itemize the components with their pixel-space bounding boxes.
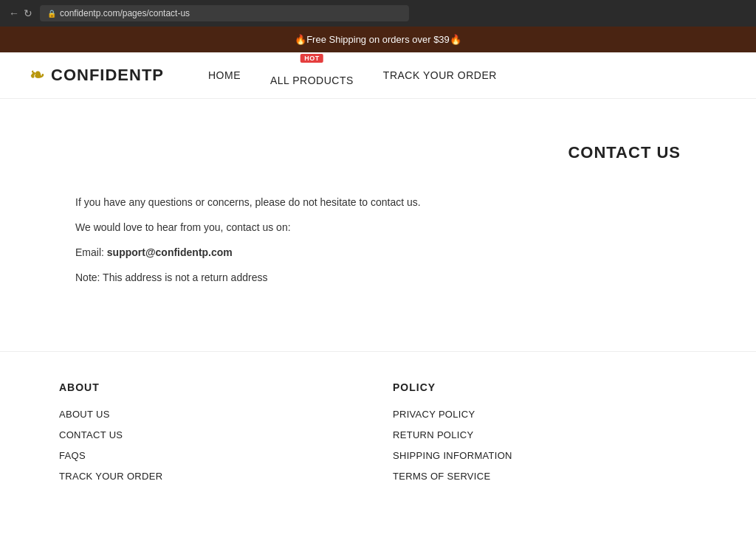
hot-badge: HOT bbox=[300, 54, 323, 63]
nav-track-order[interactable]: TRACK YOUR ORDER bbox=[383, 69, 497, 81]
list-item: CONTACT US bbox=[59, 429, 363, 440]
address-bar[interactable]: 🔒 confidentp.com/pages/contact-us bbox=[40, 5, 409, 21]
site-header: ❧ CONFIDENTP HOME HOT ALL PRODUCTS TRACK… bbox=[0, 52, 756, 99]
footer-contact-us-link[interactable]: CONTACT US bbox=[59, 429, 123, 440]
browser-chrome: ← ↻ 🔒 confidentp.com/pages/contact-us bbox=[0, 0, 756, 27]
list-item: PRIVACY POLICY bbox=[393, 408, 697, 420]
footer-about-title: ABOUT bbox=[59, 381, 363, 393]
footer-track-order-link[interactable]: TRACK YOUR ORDER bbox=[59, 471, 162, 482]
footer-terms-link[interactable]: TERMS OF SERVICE bbox=[393, 471, 490, 482]
list-item: ABOUT US bbox=[59, 408, 363, 420]
browser-nav-buttons: ← ↻ bbox=[9, 7, 32, 19]
nav-home-label: HOME bbox=[208, 69, 241, 81]
list-item: TERMS OF SERVICE bbox=[393, 470, 697, 482]
email-label: Email: bbox=[75, 246, 104, 258]
announcement-text: 🔥Free Shipping on orders over $39🔥 bbox=[295, 34, 461, 45]
footer-about-us-link[interactable]: ABOUT US bbox=[59, 409, 110, 420]
footer-grid: ABOUT ABOUT US CONTACT US FAQS TRACK YOU… bbox=[59, 381, 697, 482]
footer-about-section: ABOUT ABOUT US CONTACT US FAQS TRACK YOU… bbox=[59, 381, 363, 482]
nav-track-order-label: TRACK YOUR ORDER bbox=[383, 69, 497, 81]
footer-policy-links: PRIVACY POLICY RETURN POLICY SHIPPING IN… bbox=[393, 408, 697, 482]
url-text: confidentp.com/pages/contact-us bbox=[60, 8, 190, 18]
footer-shipping-info-link[interactable]: SHIPPING INFORMATION bbox=[393, 450, 512, 461]
footer-policy-title: POLICY bbox=[393, 381, 697, 393]
lock-icon: 🔒 bbox=[47, 10, 56, 18]
back-button[interactable]: ← bbox=[9, 7, 19, 19]
contact-line1: If you have any questions or concerns, p… bbox=[75, 192, 681, 212]
announcement-bar: 🔥Free Shipping on orders over $39🔥 bbox=[0, 27, 756, 52]
main-content: CONTACT US If you have any questions or … bbox=[46, 99, 710, 351]
forward-button[interactable]: ↻ bbox=[24, 7, 32, 19]
list-item: RETURN POLICY bbox=[393, 429, 697, 440]
email-value[interactable]: support@confidentp.com bbox=[107, 246, 233, 258]
logo-icon: ❧ bbox=[30, 65, 45, 86]
site-footer: ABOUT ABOUT US CONTACT US FAQS TRACK YOU… bbox=[0, 351, 756, 511]
nav-all-products[interactable]: HOT ALL PRODUCTS bbox=[270, 64, 354, 86]
contact-body: If you have any questions or concerns, p… bbox=[75, 192, 681, 288]
nav-all-products-label: ALL PRODUCTS bbox=[270, 75, 354, 86]
footer-return-policy-link[interactable]: RETURN POLICY bbox=[393, 429, 473, 440]
contact-line2: We would love to hear from you, contact … bbox=[75, 217, 681, 238]
contact-note: Note: This address is not a return addre… bbox=[75, 267, 681, 288]
footer-faqs-link[interactable]: FAQS bbox=[59, 450, 86, 461]
main-nav: HOME HOT ALL PRODUCTS TRACK YOUR ORDER bbox=[208, 64, 497, 86]
logo-text: CONFIDENTP bbox=[51, 66, 164, 85]
contact-email-line: Email: support@confidentp.com bbox=[75, 242, 681, 263]
list-item: TRACK YOUR ORDER bbox=[59, 470, 363, 482]
footer-about-links: ABOUT US CONTACT US FAQS TRACK YOUR ORDE… bbox=[59, 408, 363, 482]
list-item: FAQS bbox=[59, 449, 363, 461]
footer-privacy-policy-link[interactable]: PRIVACY POLICY bbox=[393, 409, 475, 420]
nav-home[interactable]: HOME bbox=[208, 69, 241, 81]
page-title: CONTACT US bbox=[75, 143, 681, 162]
list-item: SHIPPING INFORMATION bbox=[393, 449, 697, 461]
footer-policy-section: POLICY PRIVACY POLICY RETURN POLICY SHIP… bbox=[393, 381, 697, 482]
logo-link[interactable]: ❧ CONFIDENTP bbox=[30, 65, 164, 86]
